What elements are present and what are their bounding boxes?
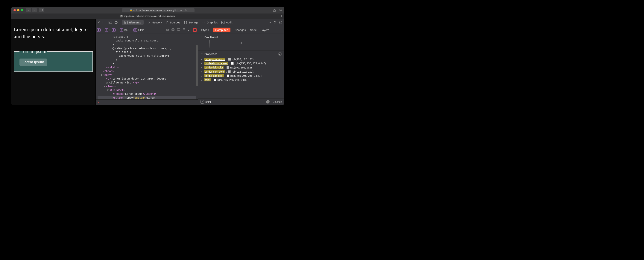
color-swatch-icon[interactable]: [228, 70, 231, 73]
breadcrumb-item[interactable]: E: [97, 28, 100, 32]
search-icon[interactable]: [274, 21, 276, 24]
dom-line[interactable]: <button type="button">Lorem: [98, 96, 196, 99]
breadcrumb-item[interactable]: E: [105, 28, 108, 32]
color-swatch-icon[interactable]: [227, 74, 229, 77]
inspect-element-icon[interactable]: [114, 21, 118, 24]
filter-input[interactable]: [205, 100, 265, 103]
devtools-tab-storage[interactable]: Storage: [184, 21, 198, 24]
box-model-diagram[interactable]: 2 —: [210, 40, 273, 48]
brush-icon[interactable]: [188, 28, 190, 32]
style-tab-styles[interactable]: Styles: [201, 28, 209, 32]
dom-line[interactable]: }: [98, 58, 196, 62]
dock-side-icon[interactable]: [108, 21, 112, 24]
box-model-bottom-value: —: [210, 44, 273, 47]
property-value: rgb(192, 192, 192);: [232, 58, 254, 61]
reload-button[interactable]: ⟳: [185, 9, 187, 12]
devtools-tab-network[interactable]: Network: [147, 21, 162, 24]
breadcrumb-item[interactable]: E: [112, 28, 116, 32]
new-tab-button[interactable]: +: [281, 15, 282, 18]
dom-line[interactable]: @media (prefers-color-scheme: dark) {: [98, 46, 196, 50]
highlight-toggle-icon[interactable]: [193, 28, 196, 32]
svg-line-31: [280, 23, 280, 24]
ruler-icon[interactable]: [166, 28, 169, 32]
dom-tree[interactable]: fieldset { background-color: gainsboro; …: [96, 34, 198, 99]
property-row[interactable]: ▶background-color: rgb(192, 192, 192);: [201, 57, 282, 61]
address-bar[interactable]: 🔒 color-scheme-prefers-color-scheme.glit…: [122, 8, 194, 12]
dom-line[interactable]: }: [98, 62, 196, 65]
back-button[interactable]: ‹: [26, 8, 31, 12]
property-row[interactable]: ▶border-top-color: rgba(255, 255, 255, 0…: [201, 74, 282, 78]
dom-line[interactable]: background-color: darkslategray;: [98, 54, 196, 58]
svg-point-10: [116, 22, 116, 23]
url-text: color-scheme-prefers-color-scheme.glitch…: [134, 9, 182, 12]
devtools-tab-graphics[interactable]: Graphics: [202, 21, 218, 24]
style-tab-node[interactable]: Node: [250, 28, 257, 32]
dom-line[interactable]: </style>: [98, 65, 196, 69]
properties-section: ▼ Properties ≡ ▶background-color: rgb(19…: [198, 50, 284, 98]
dom-line[interactable]: fieldset {: [98, 35, 196, 39]
property-name: border-top-color: [204, 74, 224, 77]
options-icon[interactable]: ≡: [278, 52, 282, 56]
dom-line[interactable]: background-color: gainsboro;: [98, 39, 196, 42]
close-devtools-icon[interactable]: ✕: [98, 21, 100, 24]
console-prompt[interactable]: >: [96, 99, 198, 105]
device-icon[interactable]: [177, 28, 180, 32]
more-tabs-icon[interactable]: »: [269, 21, 271, 24]
sidebar-toggle-button[interactable]: [39, 8, 44, 12]
close-window-button[interactable]: [14, 9, 16, 11]
color-swatch-icon[interactable]: [231, 62, 234, 65]
breadcrumb-item[interactable]: Efiel…: [120, 28, 129, 32]
dom-line[interactable]: ▼<body>: [98, 73, 196, 77]
dock-bottom-icon[interactable]: [102, 21, 106, 24]
nav-buttons: ‹ ›: [26, 8, 37, 12]
breadcrumb-item[interactable]: Ebutton: [134, 28, 144, 32]
property-row[interactable]: ▶border-left-color: rgb(192, 192, 192);: [201, 65, 282, 70]
clear-filter-button[interactable]: ✕: [266, 100, 270, 103]
classes-toggle[interactable]: Classes: [272, 100, 282, 103]
scrollbar-thumb[interactable]: [196, 45, 198, 86]
minimize-window-button[interactable]: [17, 9, 20, 11]
property-row[interactable]: ▶border-bottom-color: rgba(255, 255, 255…: [201, 61, 282, 65]
dom-line[interactable]: fieldset {: [98, 50, 196, 54]
devtools-tab-sources[interactable]: Sources: [166, 21, 180, 24]
svg-rect-8: [110, 22, 112, 24]
color-swatch-icon[interactable]: [228, 58, 231, 61]
dom-line[interactable]: ▼<form>: [98, 84, 196, 88]
fullscreen-window-button[interactable]: [21, 9, 23, 11]
property-value: rgba(255, 255, 255, 0.847);: [217, 78, 249, 81]
devtools-tab-elements[interactable]: Elements: [122, 20, 144, 25]
color-swatch-icon[interactable]: [226, 66, 229, 69]
forward-button[interactable]: ›: [32, 8, 37, 12]
color-swatch-icon[interactable]: [214, 79, 216, 81]
property-value: rgba(255, 255, 255, 0.847);: [230, 74, 262, 77]
devtools-tab-audit[interactable]: Audit: [222, 21, 232, 24]
dom-line[interactable]: <p> Lorem ipsum dolor sit amet, legere: [98, 77, 196, 80]
page-fieldset: Lorem ipsum Lorem ipsum: [14, 49, 93, 72]
dom-line[interactable]: ancillae ne vis. </p>: [98, 81, 196, 84]
share-button[interactable]: [273, 9, 276, 12]
svg-rect-38: [172, 29, 174, 29]
dom-line[interactable]: <legend>Lorem ipsum</legend>: [98, 92, 196, 96]
style-tab-changes[interactable]: Changes: [234, 28, 246, 32]
devtools-panel: ✕ ElementsNetworkSourcesStorageGraphicsA…: [96, 19, 284, 105]
style-tab-layers[interactable]: Layers: [261, 28, 269, 32]
dom-line[interactable]: ▼<fieldset>: [98, 88, 196, 92]
print-icon[interactable]: [172, 28, 174, 32]
property-value: rgba(255, 255, 255, 0.847);: [235, 62, 266, 65]
svg-point-20: [203, 22, 203, 22]
dom-line[interactable]: }: [98, 43, 196, 46]
property-row[interactable]: ▶color: rgba(255, 255, 255, 0.847);: [201, 78, 282, 82]
disclosure-triangle-icon[interactable]: ▼: [201, 36, 203, 38]
style-tab-computed[interactable]: Computed: [213, 28, 230, 32]
disclosure-triangle-icon[interactable]: ▼: [201, 53, 203, 55]
styles-tab-list: StylesComputedChangesNodeLayers: [198, 26, 284, 34]
dom-line[interactable]: </head>: [98, 69, 196, 73]
property-row[interactable]: ▶border-right-color: rgb(192, 192, 192);: [201, 70, 282, 74]
tab-title[interactable]: https://color-scheme-prefers-color-schem…: [124, 15, 176, 18]
filter-icon[interactable]: ≡: [200, 100, 204, 103]
tabs-overview-button[interactable]: [279, 9, 282, 12]
settings-icon[interactable]: [279, 21, 282, 24]
grid-icon[interactable]: [183, 28, 185, 32]
svg-rect-5: [103, 21, 106, 24]
page-button[interactable]: Lorem ipsum: [20, 59, 47, 66]
